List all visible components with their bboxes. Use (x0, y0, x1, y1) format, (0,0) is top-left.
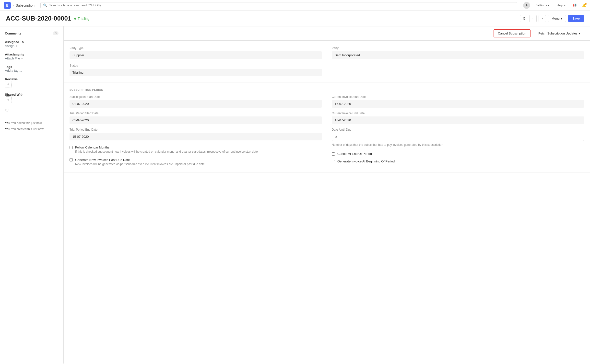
activity-item-1: You You edited this just now (5, 121, 59, 125)
breadcrumb-chevron: › (13, 4, 14, 7)
curr-inv-start-label: Current Invoice Start Date (332, 95, 584, 99)
party-type-group: Party Type Supplier (70, 46, 322, 59)
main-layout: Comments 0 Assigned To Assign + Attachme… (0, 26, 590, 364)
days-until-due-group: Days Until Due Number of days that the s… (332, 128, 584, 147)
reviews-add-button[interactable]: + (5, 81, 12, 88)
next-button[interactable]: › (539, 15, 546, 22)
days-until-due-desc: Number of days that the subscriber has t… (332, 143, 584, 147)
generate-invoices-checkbox[interactable] (70, 158, 73, 161)
days-until-due-input[interactable] (332, 133, 584, 141)
cancel-subscription-button[interactable]: Cancel Subscription (494, 29, 531, 37)
page-header-actions: 🖨 ‹ › Menu ▾ Save (520, 15, 584, 22)
trial-end-label: Trial Period End Date (70, 128, 322, 131)
page-title-area: ACC-SUB-2020-00001 Trialling (6, 15, 90, 22)
app-logo: E (4, 2, 11, 9)
form-section-party: Party Type Supplier Party Sem Incorporat… (64, 41, 590, 82)
action-bar: Cancel Subscription Fetch Subscription U… (64, 26, 590, 41)
comments-label: Comments (5, 32, 21, 35)
party-group: Party Sem Incorporated (332, 46, 584, 59)
generate-invoices-desc: New invoices will be generated as per sc… (75, 162, 205, 166)
sidebar-comments-section: Comments 0 (5, 31, 59, 35)
attachments-label: Attachments (5, 53, 59, 56)
trial-start-value: 01-07-2020 (70, 116, 322, 124)
status-label: Trialling (78, 17, 90, 21)
generate-invoices-label[interactable]: Generate New Invoices Past Due Date (75, 158, 130, 162)
shared-add-button[interactable]: + (5, 96, 12, 103)
follow-calendar-checkbox[interactable] (70, 146, 73, 149)
comments-count: 0 (53, 31, 59, 35)
help-button[interactable]: Help ▾ (555, 2, 567, 8)
party-type-label: Party Type (70, 46, 322, 50)
content-area: Cancel Subscription Fetch Subscription U… (64, 26, 590, 364)
follow-calendar-desc: If this is checked subsequent new invoic… (75, 150, 258, 154)
print-button[interactable]: 🖨 (520, 15, 527, 22)
assign-action[interactable]: Assign + (5, 44, 59, 48)
avatar: A (523, 2, 530, 9)
follow-calendar-group: Follow Calendar Months If this is checke… (70, 145, 322, 154)
cancel-at-end-group: Cancel At End Of Period (332, 152, 584, 156)
days-until-due-label: Days Until Due (332, 128, 584, 131)
tags-label: Tags (5, 65, 59, 69)
search-input[interactable] (48, 3, 515, 7)
heart-icon[interactable]: ♡ (5, 108, 59, 114)
form-grid-party: Party Type Supplier Party Sem Incorporat… (70, 46, 584, 76)
page-title: ACC-SUB-2020-00001 (6, 15, 71, 22)
activity-log: You You edited this just now You You cre… (5, 121, 59, 132)
curr-inv-end-label: Current Invoice End Date (332, 112, 584, 115)
right-col: Current Invoice Start Date 16-07-2020 Cu… (332, 95, 584, 166)
sidebar-reviews-section: Reviews + (5, 77, 59, 88)
settings-button[interactable]: Settings ▾ (534, 2, 551, 8)
prev-button[interactable]: ‹ (529, 15, 537, 22)
top-nav: E › Subscription 🔍 A Settings ▾ Help ▾ 📢… (0, 0, 590, 11)
status-value: Trialling (70, 69, 322, 76)
breadcrumb: Subscription (16, 3, 35, 7)
party-label: Party (332, 46, 584, 50)
top-nav-right: A Settings ▾ Help ▾ 📢 🔔 (523, 2, 586, 9)
subscription-start-date-group: Subscription Start Date 01-07-2020 (70, 95, 322, 108)
sub-start-value: 01-07-2020 (70, 100, 322, 108)
party-value: Sem Incorporated (332, 51, 584, 59)
status-group: Status Trialling (70, 64, 322, 76)
form-section-subscription: SUBSCRIPTION PERIOD Subscription Start D… (64, 82, 590, 172)
curr-inv-end-value: 16-07-2020 (332, 116, 584, 124)
subscription-section-title: SUBSCRIPTION PERIOD (70, 88, 584, 91)
trial-start-label: Trial Period Start Date (70, 112, 322, 115)
curr-inv-start-value: 16-07-2020 (332, 100, 584, 108)
sidebar: Comments 0 Assigned To Assign + Attachme… (0, 26, 64, 364)
left-col: Subscription Start Date 01-07-2020 Trial… (70, 95, 322, 166)
generate-invoices-group: Generate New Invoices Past Due Date New … (70, 158, 322, 166)
sidebar-shared-section: Shared With + (5, 93, 59, 103)
page-header: ACC-SUB-2020-00001 Trialling 🖨 ‹ › Menu … (0, 11, 590, 26)
save-button[interactable]: Save (568, 15, 584, 22)
fetch-subscription-button[interactable]: Fetch Subscription Updates ▾ (534, 30, 584, 37)
sidebar-tags-section: Tags Add a tag ... (5, 65, 59, 72)
cancel-at-end-label[interactable]: Cancel At End Of Period (337, 152, 372, 156)
announcements-button[interactable]: 📢 (571, 2, 578, 8)
generate-beginning-checkbox[interactable] (332, 160, 335, 163)
current-inv-start-group: Current Invoice Start Date 16-07-2020 (332, 95, 584, 108)
search-bar[interactable]: 🔍 (40, 2, 517, 8)
notif-dot (585, 3, 587, 5)
shared-with-label: Shared With (5, 93, 59, 96)
search-icon: 🔍 (43, 3, 47, 7)
generate-beginning-group: Generate Invoice At Beginning Of Period (332, 159, 584, 163)
notification-icon[interactable]: 🔔 (582, 3, 586, 7)
activity-item-2: You You created this just now (5, 127, 59, 132)
generate-beginning-label[interactable]: Generate Invoice At Beginning Of Period (337, 159, 395, 163)
attach-action[interactable]: Attach File + (5, 56, 59, 60)
attach-plus-icon: + (21, 56, 23, 60)
reviews-label: Reviews (5, 77, 59, 81)
assign-plus-icon: + (15, 44, 17, 48)
status-dot (74, 18, 76, 20)
sub-start-label: Subscription Start Date (70, 95, 322, 99)
status-label: Status (70, 64, 322, 67)
follow-calendar-label[interactable]: Follow Calendar Months (75, 146, 109, 149)
cancel-at-end-checkbox[interactable] (332, 152, 335, 156)
add-tag-action[interactable]: Add a tag ... (5, 69, 59, 72)
trial-end-value: 15-07-2020 (70, 133, 322, 140)
assigned-label: Assigned To (5, 40, 59, 44)
sidebar-attachments-section: Attachments Attach File + (5, 53, 59, 60)
trial-end-date-group: Trial Period End Date 15-07-2020 (70, 128, 322, 140)
status-badge: Trialling (74, 17, 90, 21)
menu-button[interactable]: Menu ▾ (548, 15, 566, 22)
